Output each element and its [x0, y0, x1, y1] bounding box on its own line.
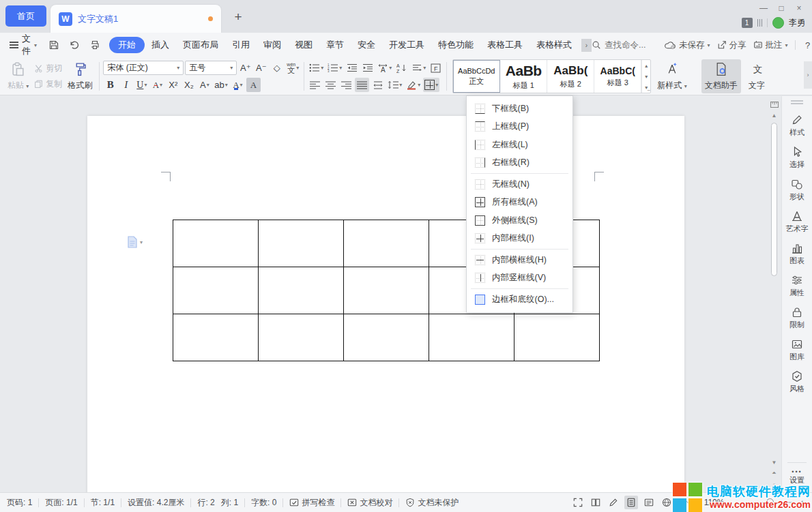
format-painter-button[interactable]: 格式刷: [64, 59, 96, 93]
save-status[interactable]: 未保存 ▾: [665, 40, 710, 51]
panel-toggle-icon[interactable]: [757, 19, 763, 27]
share-button[interactable]: 分享: [717, 40, 746, 51]
sidebar-item-shapes[interactable]: 形状: [782, 174, 812, 206]
help-button[interactable]: ?: [802, 40, 812, 50]
gallery-more-button[interactable]: ▼̲: [642, 82, 650, 93]
document-tab[interactable]: W 文字文稿1: [50, 5, 221, 33]
paragraph-layout-button[interactable]: ▾: [410, 61, 427, 75]
table-cell[interactable]: [259, 220, 344, 267]
align-center-button[interactable]: [323, 78, 338, 92]
tab-review[interactable]: 审阅: [257, 37, 288, 53]
gallery-up-button[interactable]: ▲: [642, 60, 650, 71]
page-options-icon[interactable]: ▾: [127, 236, 143, 248]
text-tools-overflow[interactable]: 文 文字: [745, 59, 768, 93]
text-effects-button[interactable]: A▾: [197, 78, 212, 92]
scroll-down-button[interactable]: ▼: [772, 457, 777, 468]
style-heading1[interactable]: AaBb 标题 1: [500, 60, 547, 93]
sidebar-item-properties[interactable]: 属性: [782, 270, 812, 302]
notification-badge[interactable]: 1: [742, 18, 753, 28]
decrease-font-button[interactable]: A⁻: [254, 61, 268, 75]
new-style-button[interactable]: 新样式 ▾: [654, 59, 690, 93]
style-heading3[interactable]: AaBbC( 标题 3: [594, 60, 641, 93]
print-button[interactable]: [85, 40, 105, 50]
user-avatar[interactable]: [772, 17, 784, 29]
decrease-indent-button[interactable]: [345, 61, 359, 75]
command-search[interactable]: [592, 40, 658, 50]
table-cell[interactable]: [259, 314, 344, 361]
paste-button[interactable]: 粘贴 ▾: [4, 59, 32, 93]
status-word-count[interactable]: 字数: 0: [251, 497, 276, 509]
bold-button[interactable]: B: [103, 78, 117, 92]
copy-button[interactable]: 复制: [34, 78, 62, 90]
outline-view-button[interactable]: [642, 496, 656, 509]
comment-button[interactable]: 批注 ▾: [753, 40, 788, 51]
numbered-list-button[interactable]: 123▾: [326, 61, 343, 75]
font-size-select[interactable]: 五号▾: [185, 61, 237, 75]
strikethrough-button[interactable]: A▾: [150, 78, 164, 92]
fullscreen-view-button[interactable]: [571, 496, 585, 509]
sidebar-item-restrict[interactable]: 限制: [782, 302, 812, 334]
table-cell[interactable]: [344, 267, 429, 314]
tab-table-style[interactable]: 表格样式: [530, 37, 579, 53]
tab-references[interactable]: 引用: [225, 37, 257, 53]
tab-dev-tools[interactable]: 开发工具: [382, 37, 431, 53]
sort-button[interactable]: AZ: [394, 61, 409, 75]
align-right-button[interactable]: [339, 78, 353, 92]
maximize-button[interactable]: □: [772, 2, 790, 14]
menu-item-inside-borders[interactable]: 内部框线(I): [467, 230, 572, 248]
doc-assistant-button[interactable]: 文档助手: [701, 59, 741, 93]
pinyin-guide-button[interactable]: wén文 ▾: [285, 61, 300, 75]
underline-button[interactable]: U▾: [134, 78, 149, 92]
table-cell[interactable]: [429, 314, 514, 361]
increase-indent-button[interactable]: [360, 61, 375, 75]
menu-item-no-border[interactable]: 无框线(N): [467, 175, 572, 194]
menu-overflow-button[interactable]: ›: [581, 39, 592, 52]
clear-format-button[interactable]: ◇: [270, 61, 284, 75]
subscript-button[interactable]: X₂: [182, 78, 196, 92]
tab-section[interactable]: 章节: [319, 37, 351, 53]
align-left-button[interactable]: [308, 78, 322, 92]
menu-item-bottom-border[interactable]: 下框线(B): [467, 100, 572, 118]
bullet-list-button[interactable]: ▾: [308, 61, 325, 75]
line-spacing-button[interactable]: ▾: [386, 78, 403, 92]
tab-special-features[interactable]: 特色功能: [431, 37, 480, 53]
character-scale-button[interactable]: A▾: [376, 61, 393, 75]
menu-item-left-border[interactable]: 左框线(L): [467, 136, 572, 154]
command-search-input[interactable]: [605, 40, 658, 50]
superscript-button[interactable]: X²: [166, 78, 180, 92]
justify-button[interactable]: [355, 78, 369, 92]
table-cell[interactable]: [259, 267, 344, 314]
menu-item-top-border[interactable]: 上框线(P): [467, 118, 572, 136]
tab-security[interactable]: 安全: [351, 37, 382, 53]
style-normal[interactable]: AaBbCcDd 正文: [453, 60, 500, 93]
tab-table-tools[interactable]: 表格工具: [480, 37, 530, 53]
sidebar-item-chart[interactable]: 图表: [782, 238, 812, 270]
scroll-up-button[interactable]: ▲: [772, 110, 777, 121]
shading-button[interactable]: ▾: [405, 78, 422, 92]
style-heading2[interactable]: AaBb( 标题 2: [547, 60, 594, 93]
doc-protection-button[interactable]: 文档未保护: [405, 497, 459, 509]
menu-item-inside-vertical-border[interactable]: 内部竖框线(V): [467, 269, 572, 288]
gallery-down-button[interactable]: ▼: [642, 71, 650, 82]
home-tab[interactable]: 首页: [5, 5, 46, 27]
sidebar-item-theme[interactable]: 风格: [782, 366, 812, 398]
tab-home[interactable]: 开始: [109, 37, 145, 53]
increase-font-button[interactable]: A⁺: [238, 61, 252, 75]
doc-proofread-button[interactable]: 文档校对: [347, 497, 392, 509]
document-page[interactable]: ▾: [87, 116, 684, 492]
table-cell[interactable]: [344, 314, 429, 361]
sidebar-item-wordart[interactable]: 艺术字: [782, 206, 812, 238]
minimize-button[interactable]: —: [755, 2, 772, 14]
table-cell[interactable]: [173, 314, 259, 361]
new-tab-button[interactable]: +: [231, 10, 246, 25]
scrollbar-thumb[interactable]: [771, 123, 777, 276]
sidebar-item-select[interactable]: 选择: [782, 142, 812, 174]
read-layout-button[interactable]: [589, 496, 603, 509]
page-view-button[interactable]: [624, 496, 638, 509]
sidebar-drag-handle[interactable]: [791, 100, 803, 104]
sidebar-item-gallery[interactable]: 图库: [782, 334, 812, 366]
undo-button[interactable]: [64, 40, 85, 50]
menu-item-all-borders[interactable]: 所有框线(A): [467, 194, 572, 212]
table-cell[interactable]: [344, 220, 429, 267]
text-tool-button[interactable]: F: [429, 61, 443, 75]
